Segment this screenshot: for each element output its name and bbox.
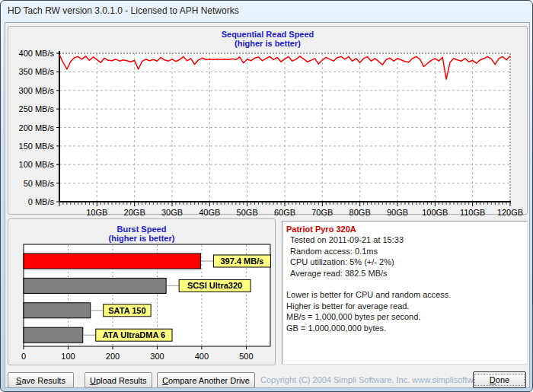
tested-on-line: Tested on 2011-09-21 at 15:33 xyxy=(286,234,523,246)
svg-text:80GB: 80GB xyxy=(349,208,371,215)
note-line: MB/s = 1,000,000 bytes per second. xyxy=(286,311,523,323)
save-results-button[interactable]: Save Results xyxy=(8,372,74,388)
svg-text:500: 500 xyxy=(239,352,253,361)
copyright-text: Copyright (C) 2004 Simpli Software, Inc.… xyxy=(260,375,503,384)
svg-text:200 MB/s: 200 MB/s xyxy=(19,123,55,132)
svg-text:30GB: 30GB xyxy=(161,208,183,215)
svg-text:60GB: 60GB xyxy=(274,208,295,215)
hd-tach-window: HD Tach RW version 3.0.1.0 - Licensed to… xyxy=(0,0,533,392)
svg-text:350 MB/s: 350 MB/s xyxy=(19,67,55,76)
burst-bar xyxy=(24,253,200,269)
client-area: Sequential Read Speed (higher is better)… xyxy=(5,22,530,388)
x-minor-ticks xyxy=(59,202,510,206)
burst-speed-chart: 0100200300400500397.4 MB/sSCSI Ultra320S… xyxy=(8,219,276,366)
svg-text:100GB: 100GB xyxy=(422,208,448,215)
bar-label-text: SATA 150 xyxy=(108,306,145,315)
svg-text:250 MB/s: 250 MB/s xyxy=(19,104,55,113)
drive-name: Patriot Pyro 320A xyxy=(286,224,523,234)
sequential-read-chart: 0 MB/s50 MB/s100 MB/s150 MB/s200 MB/s250… xyxy=(8,27,528,215)
bar-label-text: SCSI Ultra320 xyxy=(187,281,242,290)
svg-text:0: 0 xyxy=(21,352,26,361)
svg-text:150 MB/s: 150 MB/s xyxy=(19,142,55,151)
title-bar[interactable]: HD Tach RW version 3.0.1.0 - Licensed to… xyxy=(1,1,532,21)
svg-text:200: 200 xyxy=(106,352,120,361)
svg-text:70GB: 70GB xyxy=(311,208,333,215)
note-line: GB = 1,000,000,000 bytes. xyxy=(286,323,523,334)
window-title: HD Tach RW version 3.0.1.0 - Licensed to… xyxy=(8,5,239,16)
burst-bar xyxy=(24,327,83,343)
svg-text:0 MB/s: 0 MB/s xyxy=(28,197,55,206)
svg-text:50 MB/s: 50 MB/s xyxy=(24,179,55,188)
cpu-utilization-line: CPU utilization: 5% (+/- 2%) xyxy=(286,257,523,268)
svg-text:50GB: 50GB xyxy=(237,208,258,215)
bar-label-text: ATA UltraDMA 6 xyxy=(103,330,166,339)
svg-text:400: 400 xyxy=(195,352,209,361)
notes-block: Lower is better for CPU and random acces… xyxy=(286,289,523,333)
tick-labels: 0100200300400500 xyxy=(21,352,254,361)
note-line: Higher is better for average read. xyxy=(286,301,523,312)
done-button[interactable]: Done xyxy=(473,371,526,388)
random-access-line: Random access: 0.1ms xyxy=(286,246,523,257)
burst-speed-panel: Burst Speed (higher is better) 010020030… xyxy=(8,218,276,365)
svg-text:300: 300 xyxy=(150,352,164,361)
svg-text:100: 100 xyxy=(61,352,75,361)
bar-label-text: 397.4 MB/s xyxy=(220,257,263,266)
svg-text:10GB: 10GB xyxy=(86,208,107,215)
compare-another-drive-button[interactable]: Compare Another Drive xyxy=(157,372,255,388)
average-read-line: Average read: 382.5 MB/s xyxy=(286,268,523,279)
svg-text:20GB: 20GB xyxy=(124,208,145,215)
svg-text:40GB: 40GB xyxy=(199,208,220,215)
drive-info-panel: Patriot Pyro 320A Tested on 2011-09-21 a… xyxy=(282,221,528,365)
svg-text:90GB: 90GB xyxy=(387,208,408,215)
burst-bar xyxy=(24,278,166,293)
sequential-read-panel: Sequential Read Speed (higher is better)… xyxy=(8,26,528,215)
svg-text:400 MB/s: 400 MB/s xyxy=(19,49,55,58)
burst-bar xyxy=(24,303,91,318)
svg-text:300 MB/s: 300 MB/s xyxy=(19,86,55,95)
note-line: Lower is better for CPU and random acces… xyxy=(286,289,523,301)
svg-text:110GB: 110GB xyxy=(460,208,485,215)
svg-text:100 MB/s: 100 MB/s xyxy=(19,160,55,169)
svg-text:120GB: 120GB xyxy=(497,208,523,215)
upload-results-button[interactable]: Upload Results xyxy=(85,372,152,388)
